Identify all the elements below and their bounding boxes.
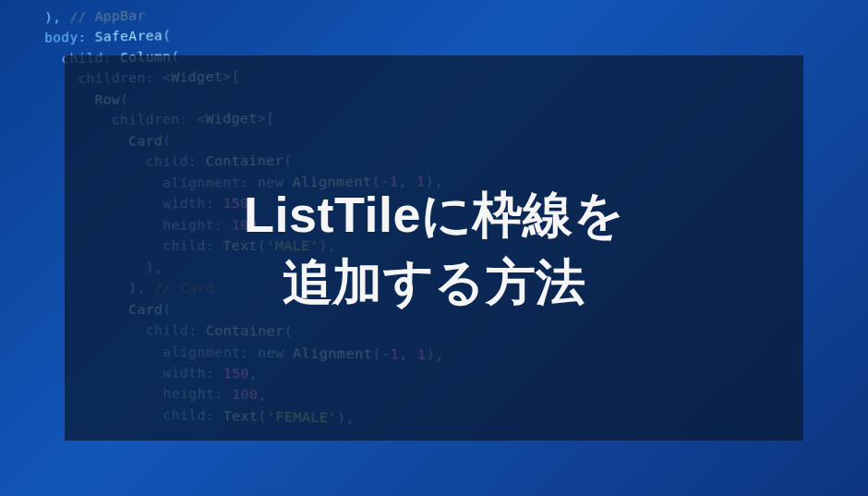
main-title: ListTileに枠線を 追加する方法: [244, 181, 624, 316]
title-line-1: ListTileに枠線を: [244, 181, 624, 248]
title-overlay: ListTileに枠線を 追加する方法: [65, 55, 803, 441]
title-line-2: 追加する方法: [244, 248, 624, 316]
